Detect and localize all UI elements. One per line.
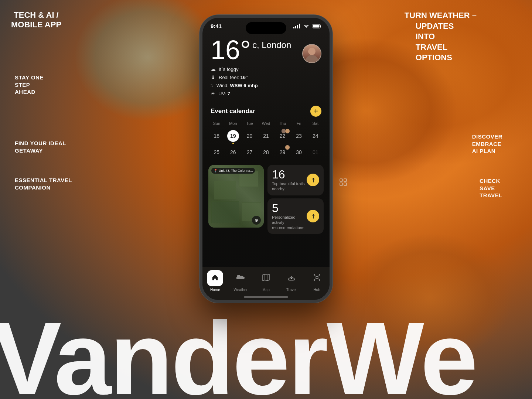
background-text: VanderWe: [0, 307, 476, 399]
phone-frame: 9:41: [200, 15, 332, 303]
svg-rect-8: [320, 25, 321, 27]
svg-marker-10: [263, 274, 269, 281]
calendar-week-2: 25 26 27 28 29: [208, 145, 324, 160]
weather-details: ☁ It`s foggy 🌡 Real feel: 16° ≈ Wind: WS…: [202, 63, 330, 96]
map-location-label: 📍 Unit 43, The Colonna...: [211, 168, 255, 174]
fog-icon: ☁: [211, 66, 216, 72]
home-nav-icon-wrap: [207, 270, 223, 286]
svg-point-17: [314, 279, 315, 281]
temperature: 16°: [211, 37, 251, 63]
svg-point-15: [314, 274, 315, 276]
trails-count: 16: [272, 168, 307, 180]
home-label: Home: [210, 288, 220, 292]
info-cards-container: 16 Top beautiful trails nearby ↗ 5 P: [267, 165, 324, 234]
weather-nav-icon: [236, 274, 245, 283]
right-label-discover: DISCOVER EMBRACE AI PLAN: [472, 133, 502, 155]
location-pin-icon: 📍: [214, 169, 218, 173]
nav-home[interactable]: Home: [207, 270, 223, 292]
calendar-day-headers: Sun Mon Tue Wed Thu Fri Sat: [208, 120, 324, 126]
wind-row: ≈ Wind: WSW 6 mhp: [211, 82, 321, 88]
svg-rect-6: [344, 183, 347, 185]
event-avatars-29: [286, 145, 290, 150]
uv-label: UV: 7: [218, 91, 230, 96]
cal-day-26[interactable]: 26: [225, 145, 242, 160]
arrow-icon: ↗: [309, 176, 317, 184]
wind-small-icon: ≈: [211, 82, 214, 88]
trails-card[interactable]: 16 Top beautiful trails nearby ↗: [267, 165, 324, 195]
cal-day-20[interactable]: 20: [241, 129, 258, 143]
city-name: c, London: [252, 40, 291, 50]
wind-value: WSW 6 mhp: [230, 83, 258, 88]
svg-rect-5: [340, 183, 342, 185]
map-nav-icon: [262, 274, 270, 283]
svg-rect-4: [344, 179, 347, 181]
map-nav-icon-wrap: [258, 270, 274, 286]
cal-day-29[interactable]: 29: [274, 145, 291, 160]
calendar-grid: Sun Mon Tue Wed Thu Fri Sat 18: [208, 120, 324, 160]
add-event-button[interactable]: +: [310, 106, 321, 117]
cal-day-22[interactable]: 22: [274, 129, 291, 143]
activity-card[interactable]: 5 Personalized activity recommendations …: [267, 198, 324, 234]
cal-day-27[interactable]: 27: [241, 145, 258, 160]
tr-line5: OPTIONS: [416, 52, 477, 63]
cal-day-01[interactable]: 01: [307, 145, 324, 160]
svg-line-22: [318, 278, 319, 279]
left-label-essential: ESSENTIAL TRAVEL COMPANION: [15, 177, 72, 191]
day-fri: Fri: [291, 120, 307, 126]
trails-info: 16 Top beautiful trails nearby: [272, 168, 307, 192]
hub-label: Hub: [313, 288, 320, 292]
cal-day-23[interactable]: 23: [291, 129, 307, 143]
condition-row: ☁ It`s foggy: [211, 66, 321, 72]
cal-day-24[interactable]: 24: [307, 129, 324, 143]
grid-icon: [340, 178, 347, 188]
weather-section: 16° c, London: [202, 29, 330, 63]
battery-icon: [313, 24, 321, 28]
left-label-find: FIND YOUR IDEAL GETAWAY: [15, 140, 66, 154]
map-card[interactable]: 📍 Unit 43, The Colonna... ⊕: [208, 165, 264, 228]
svg-rect-3: [340, 179, 342, 181]
nav-travel[interactable]: Travel: [283, 270, 300, 292]
map-compass[interactable]: ⊕: [252, 216, 261, 225]
calendar-section: Event calendar + Sun Mon Tue Wed Thu Fri: [202, 106, 330, 160]
real-feel-label: Real feel: 16°: [219, 75, 248, 80]
phone-mockup: 9:41: [200, 15, 332, 303]
top-left-line1: TECH & AI /: [11, 10, 61, 20]
top-left-label: TECH & AI / MOBILE APP: [11, 10, 61, 30]
travel-nav-icon: [287, 274, 296, 283]
nav-weather[interactable]: Weather: [232, 270, 249, 292]
day-sat: Sat: [307, 120, 324, 126]
svg-point-16: [319, 274, 320, 276]
trails-arrow-button[interactable]: ↗: [307, 174, 319, 186]
bottom-cards-section: 📍 Unit 43, The Colonna... ⊕ 16 Top beaut…: [202, 161, 330, 234]
day-tue: Tue: [241, 120, 258, 126]
cal-day-30[interactable]: 30: [291, 145, 307, 160]
cal-day-19-today[interactable]: 19: [225, 129, 242, 143]
activity-arrow-button[interactable]: ↗: [307, 210, 319, 222]
cal-day-18[interactable]: 18: [208, 129, 225, 143]
wifi-icon: [303, 24, 309, 28]
nav-hub[interactable]: Hub: [309, 270, 325, 292]
tr-line3: INTO: [416, 31, 477, 42]
side-button-power: [332, 88, 332, 121]
hub-nav-icon: [313, 273, 321, 283]
dynamic-island: [246, 22, 286, 34]
cal-day-28[interactable]: 28: [258, 145, 274, 160]
weather-nav-icon-wrap: [232, 270, 249, 286]
svg-line-21: [315, 278, 316, 279]
cal-day-21[interactable]: 21: [258, 129, 274, 143]
cal-day-25[interactable]: 25: [208, 145, 225, 160]
status-icons: [293, 24, 321, 28]
day-mon: Mon: [225, 120, 242, 126]
side-button-vol-down: [200, 108, 200, 130]
uv-icon: ☀: [211, 91, 215, 96]
left-label-stay: STAY ONE STEP AHEAD: [15, 74, 44, 96]
activity-count: 5: [272, 202, 307, 214]
calendar-title: Event calendar: [211, 108, 255, 115]
map-label: Map: [262, 288, 269, 292]
user-avatar[interactable]: [302, 44, 321, 63]
day-thu: Thu: [274, 120, 291, 126]
svg-rect-9: [313, 25, 320, 27]
uv-value: 7: [228, 91, 230, 96]
nav-map[interactable]: Map: [258, 270, 274, 292]
uv-row: ☀ UV: 7: [211, 91, 321, 96]
